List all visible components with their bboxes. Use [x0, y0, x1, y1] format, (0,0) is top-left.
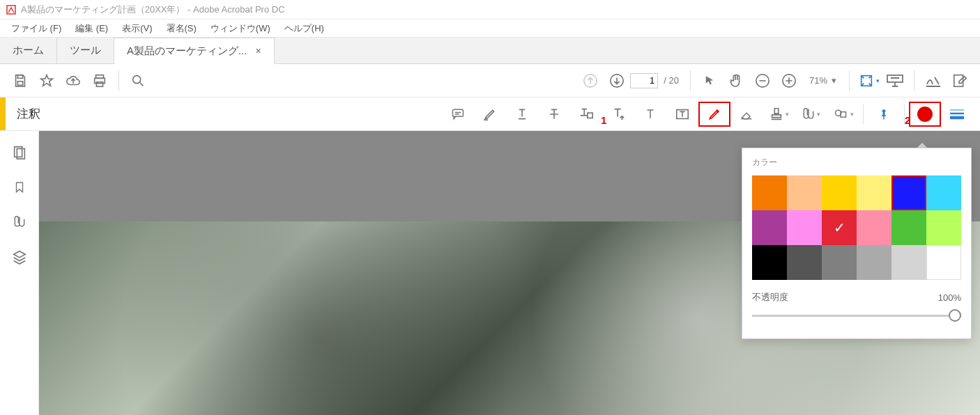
opacity-slider[interactable]	[752, 308, 961, 324]
color-swatch[interactable]	[891, 175, 926, 210]
zoom-value: 71%	[809, 75, 827, 86]
eraser-tool[interactable]	[730, 102, 763, 127]
color-swatch[interactable]	[787, 245, 822, 280]
zoom-out-button[interactable]	[749, 68, 776, 94]
svg-rect-5	[96, 81, 102, 86]
separator	[914, 70, 914, 91]
text-comment-tool[interactable]	[634, 102, 666, 127]
check-icon: ✓	[834, 219, 845, 236]
toolbar-main: / 20 71%▾ ▾	[0, 64, 980, 97]
menu-view[interactable]: 表示(V)	[115, 21, 159, 36]
left-sidebar	[0, 131, 39, 415]
window-titlebar: A製品のマーケティング計画（20XX年） - Adobe Acrobat Pro…	[0, 0, 980, 19]
menu-edit[interactable]: 編集 (E)	[68, 21, 115, 36]
color-swatch[interactable]	[926, 245, 961, 280]
sticky-note-tool[interactable]	[442, 102, 474, 127]
read-mode-button[interactable]	[882, 68, 908, 94]
comment-label: 注釈	[17, 106, 40, 122]
menubar: ファイル (F) 編集 (E) 表示(V) 署名(S) ウィンドウ(W) ヘルプ…	[0, 19, 980, 38]
bookmarks-icon[interactable]	[13, 180, 26, 195]
sign-tool[interactable]	[920, 68, 947, 94]
thumbnails-icon[interactable]	[12, 145, 27, 160]
zoom-in-button[interactable]	[776, 68, 802, 94]
page-total: / 20	[664, 75, 679, 86]
print-button[interactable]	[86, 68, 113, 94]
svg-point-6	[133, 75, 141, 83]
svg-rect-1	[17, 75, 22, 78]
menu-file[interactable]: ファイル (F)	[4, 21, 68, 36]
strikeout-tool[interactable]	[538, 102, 570, 127]
svg-rect-2	[17, 81, 22, 85]
attachments-icon[interactable]	[13, 214, 26, 230]
page-input[interactable]	[630, 73, 658, 88]
color-swatch[interactable]	[787, 175, 822, 210]
stamp-tool[interactable]: ▾	[763, 102, 795, 127]
color-swatch[interactable]	[822, 175, 857, 210]
color-swatch[interactable]	[857, 245, 891, 280]
color-swatch-button[interactable]	[909, 102, 941, 127]
attachment-tool[interactable]: ▾	[795, 102, 827, 127]
slider-thumb[interactable]	[949, 309, 961, 322]
color-swatch[interactable]	[926, 175, 961, 210]
color-swatch[interactable]	[891, 210, 926, 245]
window-title: A製品のマーケティング計画（20XX年） - Adobe Acrobat Pro…	[21, 3, 285, 16]
pdf-icon	[6, 4, 17, 15]
replace-text-tool[interactable]	[570, 102, 602, 127]
pencil-draw-tool[interactable]	[698, 102, 730, 127]
tab-tools[interactable]: ツール	[57, 38, 114, 63]
menu-window[interactable]: ウィンドウ(W)	[204, 21, 277, 36]
color-swatch[interactable]	[787, 210, 822, 245]
color-heading: カラー	[752, 157, 961, 169]
color-swatch[interactable]	[752, 175, 787, 210]
hand-tool[interactable]	[723, 68, 749, 94]
svg-rect-13	[954, 75, 963, 86]
color-swatch[interactable]	[752, 210, 787, 245]
next-page-button[interactable]	[604, 68, 630, 94]
menu-help[interactable]: ヘルプ(H)	[277, 21, 331, 36]
separator	[118, 70, 119, 91]
previous-page-button[interactable]	[577, 68, 604, 94]
save-button[interactable]	[7, 68, 33, 94]
fit-page-button[interactable]: ▾	[855, 68, 882, 94]
color-swatch[interactable]	[857, 210, 891, 245]
tab-document-label: A製品のマーケティング...	[127, 45, 247, 58]
separator	[863, 104, 864, 124]
color-swatch[interactable]	[822, 245, 857, 280]
drawing-shapes-tool[interactable]: ▾	[827, 102, 859, 127]
underline-tool[interactable]	[506, 102, 538, 127]
tab-tools-label: ツール	[70, 44, 101, 57]
cloud-upload-button[interactable]	[60, 68, 86, 94]
edit-tool[interactable]	[947, 68, 973, 94]
opacity-label: 不透明度	[752, 291, 788, 304]
tab-document[interactable]: A製品のマーケティング... ×	[114, 38, 275, 64]
menu-sign[interactable]: 署名(S)	[160, 21, 204, 36]
comment-stripe	[0, 97, 6, 130]
svg-rect-14	[453, 109, 464, 116]
pointer-tool[interactable]	[696, 68, 723, 94]
color-swatch[interactable]	[926, 210, 961, 245]
color-swatch[interactable]	[857, 175, 891, 210]
pin-toolbar-button[interactable]	[868, 102, 900, 127]
zoom-dropdown[interactable]: 71%▾	[809, 75, 836, 86]
color-swatch[interactable]: ✓	[822, 210, 857, 245]
color-swatch[interactable]	[752, 245, 787, 280]
svg-rect-15	[588, 113, 592, 118]
separator	[690, 70, 691, 91]
line-thickness-button[interactable]	[941, 102, 973, 127]
chevron-down-icon: ▾	[832, 75, 836, 86]
tab-home[interactable]: ホーム	[0, 38, 57, 63]
insert-text-tool[interactable]	[602, 102, 634, 127]
color-picker-popup: カラー ✓ 不透明度 100%	[742, 148, 972, 339]
slider-track	[752, 315, 961, 317]
tab-home-label: ホーム	[13, 44, 44, 57]
color-swatch[interactable]	[891, 245, 926, 280]
textbox-tool[interactable]	[666, 102, 698, 127]
toolbar-comment: 注釈 ▾ ▾ ▾	[0, 97, 980, 131]
svg-rect-12	[887, 75, 903, 82]
layers-icon[interactable]	[12, 249, 27, 265]
star-button[interactable]	[33, 68, 60, 94]
tabbar: ホーム ツール A製品のマーケティング... ×	[0, 38, 980, 64]
search-button[interactable]	[125, 68, 151, 94]
highlight-tool[interactable]	[474, 102, 506, 127]
close-icon[interactable]: ×	[256, 45, 261, 56]
